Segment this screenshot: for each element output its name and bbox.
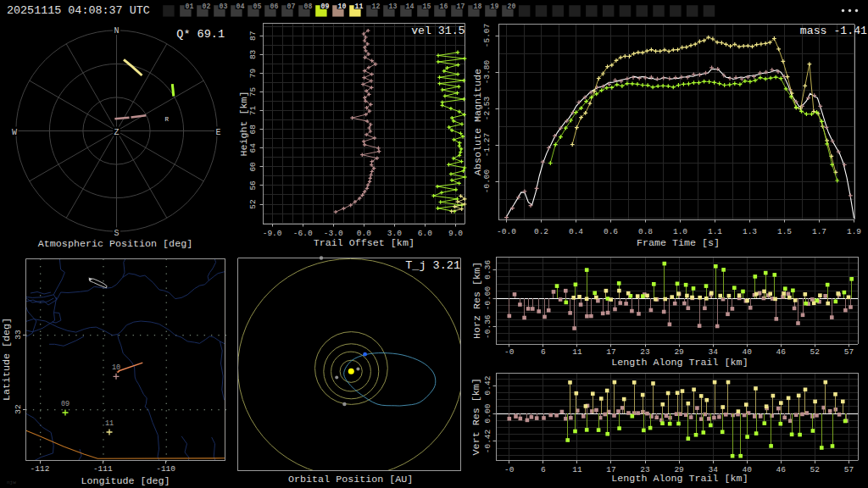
svg-text:14: 14 — [406, 3, 415, 10]
svg-text:3.0: 3.0 — [387, 229, 402, 238]
svg-text:Longitude [deg]: Longitude [deg] — [81, 475, 170, 487]
svg-text:0.8: 0.8 — [638, 227, 653, 236]
svg-text:Atmospheric Position [deg]: Atmospheric Position [deg] — [38, 238, 192, 250]
svg-text:Absolute Magnitude: Absolute Magnitude — [472, 69, 484, 175]
svg-text:07: 07 — [287, 3, 296, 10]
svg-text:0.0: 0.0 — [357, 229, 371, 238]
svg-text:20: 20 — [508, 3, 516, 10]
svg-text:1.1: 1.1 — [708, 227, 722, 236]
svg-text:0.6: 0.6 — [604, 227, 618, 236]
svg-text:Trail Offset [km]: Trail Offset [km] — [314, 237, 415, 249]
svg-text:17: 17 — [457, 3, 465, 10]
svg-text:02: 02 — [203, 3, 211, 10]
svg-text:1.7: 1.7 — [812, 227, 826, 236]
svg-text:56: 56 — [248, 180, 258, 191]
svg-text:52: 52 — [810, 465, 821, 474]
svg-text:0.36: 0.36 — [483, 260, 492, 280]
svg-text:34: 34 — [708, 347, 718, 357]
svg-text:23: 23 — [640, 347, 650, 357]
svg-text:79: 79 — [248, 69, 258, 79]
svg-text:-111: -111 — [93, 464, 113, 474]
svg-text:-112: -112 — [31, 464, 50, 474]
svg-text:09: 09 — [321, 3, 330, 10]
svg-text:57: 57 — [844, 465, 854, 474]
svg-text:46: 46 — [776, 347, 787, 357]
svg-text:R: R — [165, 116, 170, 123]
svg-text:33: 33 — [14, 330, 23, 340]
svg-text:0.42: 0.42 — [483, 375, 492, 395]
svg-text:Z: Z — [114, 128, 119, 137]
svg-text:11: 11 — [572, 465, 582, 474]
svg-text:6: 6 — [541, 465, 546, 474]
svg-text:E: E — [215, 128, 220, 137]
svg-text:W: W — [12, 128, 17, 137]
svg-text:Horz Res [km]: Horz Res [km] — [471, 262, 483, 339]
svg-text:13: 13 — [389, 3, 398, 10]
svg-text:20251115 04:08:37 UTC: 20251115 04:08:37 UTC — [7, 4, 150, 17]
svg-text:17: 17 — [606, 347, 615, 357]
svg-text:0.2: 0.2 — [534, 227, 548, 236]
svg-text:1.0: 1.0 — [673, 227, 687, 236]
svg-text:S: S — [114, 229, 119, 238]
svg-text:05: 05 — [253, 3, 262, 10]
svg-text:03: 03 — [220, 3, 228, 10]
svg-text:6.0: 6.0 — [418, 229, 432, 238]
svg-text:-0: -0 — [504, 347, 515, 357]
svg-text:mass -1.41: mass -1.41 — [800, 25, 867, 37]
svg-text:1.3: 1.3 — [743, 227, 757, 236]
svg-text:Height [km]: Height [km] — [238, 91, 250, 156]
svg-text:-9.0: -9.0 — [263, 229, 282, 238]
svg-text:-0.00: -0.00 — [483, 286, 492, 310]
svg-text:29: 29 — [674, 347, 684, 357]
svg-text:06: 06 — [270, 3, 279, 10]
svg-text:Frame Time [s]: Frame Time [s] — [637, 237, 720, 249]
svg-text:10: 10 — [338, 3, 347, 10]
svg-text:08: 08 — [304, 3, 313, 10]
svg-text:15: 15 — [423, 3, 431, 10]
svg-text:11: 11 — [105, 419, 114, 428]
svg-text:60: 60 — [248, 162, 258, 172]
svg-text:57: 57 — [844, 347, 854, 357]
svg-text:16: 16 — [440, 3, 448, 10]
svg-text:T_j 3.21: T_j 3.21 — [405, 259, 460, 272]
svg-text:04: 04 — [236, 3, 245, 10]
svg-text:-0.0: -0.0 — [497, 227, 516, 236]
svg-text:-0.42: -0.42 — [483, 429, 492, 453]
svg-text:11: 11 — [355, 3, 364, 10]
svg-text:-6.0: -6.0 — [293, 229, 313, 238]
svg-text:18: 18 — [474, 3, 482, 10]
svg-text:Vert Res [km]: Vert Res [km] — [471, 378, 483, 455]
svg-text:-0.36: -0.36 — [483, 314, 492, 339]
svg-text:Orbital Position [AU]: Orbital Position [AU] — [288, 474, 413, 485]
svg-text:1.5: 1.5 — [777, 227, 792, 236]
svg-text:52: 52 — [248, 199, 258, 209]
svg-text:Length Along Trail [km]: Length Along Trail [km] — [611, 357, 748, 369]
svg-text:83: 83 — [248, 49, 258, 59]
svg-text:0.00: 0.00 — [483, 403, 492, 423]
svg-text:vel 31.5: vel 31.5 — [411, 25, 465, 37]
svg-text:njw: njw — [7, 480, 16, 485]
svg-text:19: 19 — [491, 3, 499, 10]
svg-text:32: 32 — [14, 404, 23, 414]
svg-text:10: 10 — [112, 363, 120, 372]
svg-text:1.9: 1.9 — [847, 227, 861, 236]
svg-text:N: N — [114, 26, 119, 36]
svg-text:-0: -0 — [504, 465, 515, 474]
svg-text:Length Along Trail [km]: Length Along Trail [km] — [611, 473, 748, 485]
svg-text:6: 6 — [541, 347, 546, 357]
svg-text:87: 87 — [248, 31, 258, 41]
svg-text:52: 52 — [810, 347, 821, 357]
svg-text:-110: -110 — [156, 464, 175, 474]
svg-text:Q* 69.1: Q* 69.1 — [176, 28, 225, 41]
svg-text:12: 12 — [372, 3, 381, 10]
svg-text:46: 46 — [776, 465, 787, 474]
svg-text:0.4: 0.4 — [569, 227, 583, 236]
svg-text:Latitude [deg]: Latitude [deg] — [1, 318, 13, 401]
svg-text:40: 40 — [742, 347, 752, 357]
svg-text:9.0: 9.0 — [448, 229, 463, 238]
svg-text:11: 11 — [572, 347, 582, 357]
svg-text:-3.0: -3.0 — [324, 229, 343, 238]
svg-text:-5.07: -5.07 — [482, 24, 492, 48]
svg-text:01: 01 — [186, 3, 194, 10]
svg-text:09: 09 — [61, 400, 70, 408]
